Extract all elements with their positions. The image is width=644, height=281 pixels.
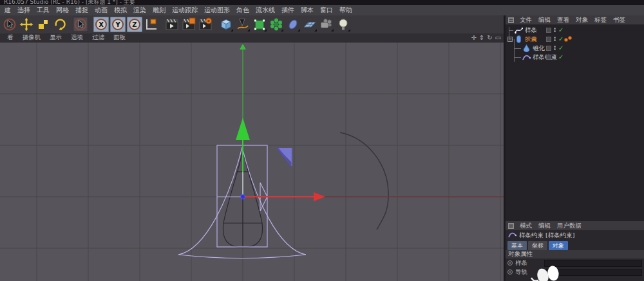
tree-guide-line: [509, 27, 509, 40]
main-menu-item-16[interactable]: 帮助: [336, 6, 355, 15]
scale-tool-button[interactable]: [35, 17, 51, 32]
main-menu-item-4[interactable]: 捕捉: [72, 6, 91, 15]
attribute-tab-基本[interactable]: 基本: [507, 241, 527, 250]
lock-z-axis-button[interactable]: Z: [127, 17, 142, 32]
main-menu-item-7[interactable]: 渲染: [130, 6, 149, 15]
attribute-tab-坐标[interactable]: 坐标: [528, 241, 547, 250]
visibility-dots[interactable]: [554, 27, 556, 33]
taper-handle-triangle: [278, 148, 292, 166]
zoom-view-icon[interactable]: ⇕: [479, 34, 484, 41]
enabled-check-icon[interactable]: ✓: [558, 53, 564, 62]
main-menu-item-10[interactable]: 运动图形: [201, 6, 233, 15]
viewport-menu-item-0[interactable]: 看: [3, 33, 18, 42]
viewport-corner-controls: ✛⇕↻▭: [471, 34, 501, 41]
object-row-胶囊[interactable]: −胶囊✓: [506, 35, 644, 44]
main-menu-item-12[interactable]: 流水线: [252, 6, 278, 15]
attribute-menu-item-1[interactable]: 编辑: [535, 222, 554, 230]
rotate-view-icon[interactable]: ↻: [487, 34, 492, 41]
attribute-value-field[interactable]: [544, 269, 642, 276]
main-menu-item-11[interactable]: 角色: [233, 6, 252, 15]
viewport-canvas[interactable]: [0, 42, 504, 281]
title-bar: R16.057 Studio (RC - R16) - [未标题 1 *] - …: [0, 0, 644, 5]
main-menu-item-1[interactable]: 选择: [14, 6, 33, 15]
viewport-menu-item-4[interactable]: 过滤: [88, 33, 109, 42]
attribute-tab-对象[interactable]: 对象: [549, 241, 568, 250]
live-selection-tool-button[interactable]: [2, 17, 17, 32]
animation-keyframe-dot[interactable]: [507, 269, 513, 275]
object-manager-menu-item-3[interactable]: 对象: [573, 16, 591, 24]
enabled-check-icon[interactable]: ✓: [558, 44, 564, 53]
main-menu-item-6[interactable]: 模拟: [111, 6, 130, 15]
viewport-menu-item-1[interactable]: 摄像机: [18, 33, 46, 42]
lock-y-axis-button[interactable]: Y: [110, 17, 126, 32]
svg-text:Z: Z: [132, 21, 137, 28]
layer-color-box[interactable]: [546, 28, 551, 33]
add-modeling-object-button[interactable]: [285, 17, 301, 32]
add-primitive-cube-button[interactable]: [218, 17, 234, 32]
attribute-menu-item-0[interactable]: 模式: [516, 222, 535, 230]
render-picture-viewer-button[interactable]: [181, 17, 196, 32]
main-menu-item-9[interactable]: 运动跟踪: [169, 6, 201, 15]
render-settings-button[interactable]: [198, 17, 213, 32]
object-manager-menu-item-5[interactable]: 书签: [610, 16, 629, 24]
object-row-样条[interactable]: 样条✓: [506, 26, 644, 35]
layer-color-box[interactable]: [546, 55, 551, 60]
spline-pen-button[interactable]: [235, 17, 251, 32]
render-view-button[interactable]: [164, 17, 180, 32]
object-label[interactable]: 样条: [525, 26, 537, 35]
pan-view-icon[interactable]: ✛: [471, 34, 476, 41]
attribute-menu-item-2[interactable]: 用户数据: [554, 222, 585, 230]
coordinate-system-button[interactable]: [144, 17, 159, 32]
main-menu-item-15[interactable]: 窗口: [317, 6, 336, 15]
object-manager-menu-item-2[interactable]: 查看: [554, 16, 573, 24]
add-generator-button[interactable]: [252, 17, 267, 32]
add-environment-floor-button[interactable]: [302, 17, 317, 32]
attribute-tabs: 基本坐标对象: [506, 240, 644, 250]
phong-tag-icon[interactable]: [564, 35, 573, 44]
main-menu-item-0[interactable]: 建: [1, 6, 14, 15]
main-menu-item-8[interactable]: 雕刻: [149, 6, 169, 15]
svg-text:X: X: [99, 21, 104, 28]
main-menu-item-2[interactable]: 工具: [33, 6, 53, 15]
object-manager-menu-item-4[interactable]: 标签: [591, 16, 610, 24]
visibility-dots[interactable]: [554, 45, 556, 51]
attribute-object-title: 样条约束 [样条约束]: [519, 231, 574, 240]
attribute-value-field[interactable]: [544, 260, 642, 267]
enabled-check-icon[interactable]: ✓: [558, 26, 564, 35]
add-deformer-button[interactable]: [269, 17, 284, 32]
visibility-dots[interactable]: [554, 36, 556, 42]
visibility-dots[interactable]: [554, 54, 556, 60]
object-row-锥化[interactable]: 锥化✓: [506, 44, 644, 53]
panel-menu-icon[interactable]: [508, 223, 514, 229]
move-tool-button[interactable]: [19, 17, 34, 32]
object-row-样条约束[interactable]: 样条约束✓: [506, 53, 644, 62]
spline-icon: [515, 26, 523, 34]
object-label[interactable]: 锥化: [533, 44, 545, 53]
object-manager-menu-item-0[interactable]: 文件: [516, 16, 535, 24]
object-manager-empty-area[interactable]: [506, 62, 644, 221]
x-axis-gizmo[interactable]: [244, 192, 504, 201]
attribute-row-样条: 样条: [506, 258, 644, 267]
origin-dot[interactable]: [241, 195, 245, 199]
y-axis-gizmo[interactable]: [236, 44, 250, 195]
main-menu-item-13[interactable]: 插件: [278, 6, 298, 15]
tree-guide-line: [515, 48, 521, 49]
layer-color-box[interactable]: [546, 46, 551, 51]
object-manager-menu-item-1[interactable]: 编辑: [535, 16, 554, 24]
animation-keyframe-dot[interactable]: [507, 260, 513, 266]
last-used-tool-button[interactable]: [73, 17, 88, 32]
object-label[interactable]: 胶囊: [525, 35, 537, 44]
add-camera-button[interactable]: [319, 17, 334, 32]
viewport-menu-item-5[interactable]: 面板: [109, 33, 130, 42]
rotate-tool-button[interactable]: [52, 17, 68, 32]
viewport-menu-item-3[interactable]: 选项: [66, 33, 88, 42]
viewport-menu-item-2[interactable]: 显示: [45, 33, 66, 42]
main-menu-item-5[interactable]: 动画: [91, 6, 111, 15]
add-light-button[interactable]: [336, 17, 351, 32]
toggle-panel-icon[interactable]: ▭: [495, 34, 501, 41]
main-menu-item-3[interactable]: 网格: [53, 6, 72, 15]
layer-color-box[interactable]: [546, 37, 551, 42]
lock-x-axis-button[interactable]: X: [93, 17, 109, 32]
main-menu-item-14[interactable]: 脚本: [298, 6, 317, 15]
panel-menu-icon[interactable]: [508, 17, 514, 23]
